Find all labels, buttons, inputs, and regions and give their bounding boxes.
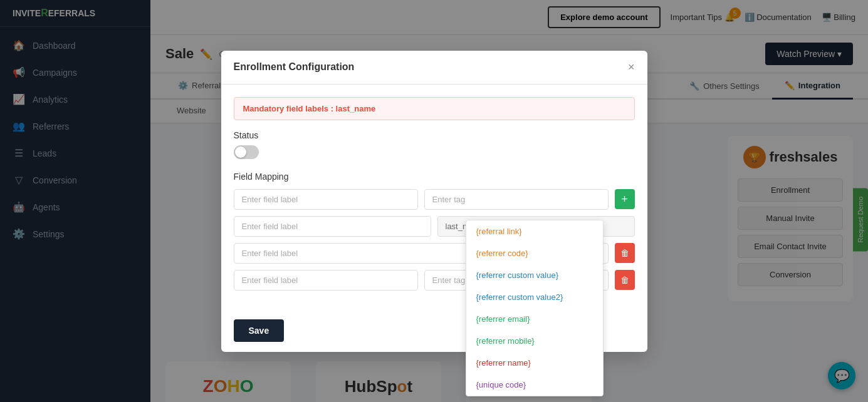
status-label: Status <box>234 130 635 140</box>
field-tag-input-1[interactable] <box>424 189 609 210</box>
field-label-input-1[interactable] <box>234 189 418 210</box>
save-button[interactable]: Save <box>234 319 285 342</box>
dropdown-item-referral-link[interactable]: {referral link} <box>466 220 603 242</box>
modal-header: Enrollment Configuration × <box>221 51 647 85</box>
delete-field-button-2[interactable]: 🗑 <box>615 270 635 290</box>
field-label-input-4[interactable] <box>234 270 418 291</box>
enrollment-config-modal: Enrollment Configuration × Mandatory fie… <box>221 51 647 352</box>
status-section: Status <box>234 130 635 162</box>
dropdown-item-unique-code[interactable]: {unique code} <box>466 374 603 396</box>
dropdown-item-referrer-name[interactable]: {referrer name} <box>466 352 603 374</box>
status-toggle[interactable] <box>234 145 259 159</box>
modal-overlay: Enrollment Configuration × Mandatory fie… <box>0 0 868 402</box>
mandatory-fields-alert: Mandatory field labels : last_name <box>234 97 635 120</box>
field-label-input-2[interactable] <box>234 216 431 237</box>
field-mapping-label: Field Mapping <box>234 172 635 182</box>
field-row-1: + <box>234 189 635 210</box>
modal-close-button[interactable]: × <box>628 61 635 74</box>
dropdown-item-referrer-custom-value2[interactable]: {referrer custom value2} <box>466 286 603 308</box>
toggle-knob <box>235 147 246 158</box>
delete-field-button-1[interactable]: 🗑 <box>615 243 635 263</box>
modal-title: Enrollment Configuration <box>234 61 355 73</box>
dropdown-item-referrer-code[interactable]: {referrer code} <box>466 242 603 264</box>
tag-dropdown-menu: {referral link} {referrer code} {referre… <box>466 220 604 396</box>
add-field-button[interactable]: + <box>615 189 635 209</box>
dropdown-item-referrer-custom-value[interactable]: {referrer custom value} <box>466 264 603 286</box>
tag-select-placeholder: Enter tag <box>432 276 466 285</box>
dropdown-item-referrer-email[interactable]: {referrer email} <box>466 308 603 330</box>
dropdown-item-referrer-mobile[interactable]: {referrer mobile} <box>466 330 603 352</box>
